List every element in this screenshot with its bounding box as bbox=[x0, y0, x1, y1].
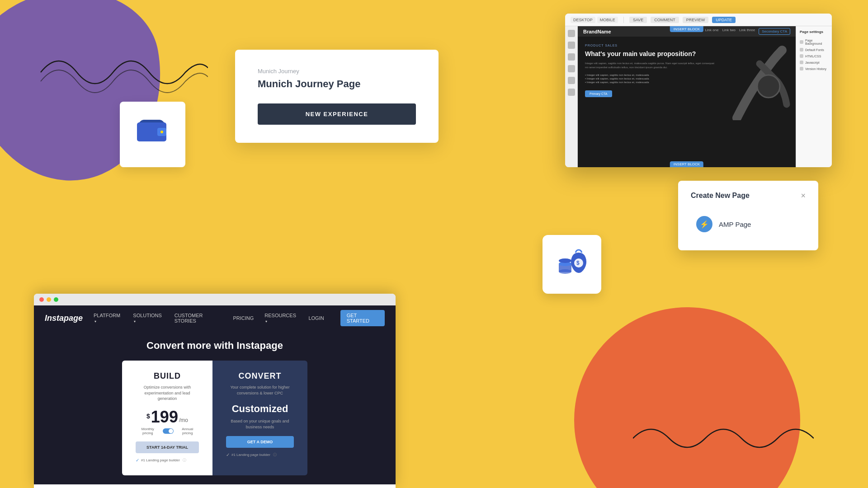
settings-icon-3 bbox=[800, 54, 803, 58]
nav-customer-stories[interactable]: CUSTOMER STORIES bbox=[175, 313, 222, 324]
hero-list-item-1: • Integer elit sapien, sagittis non lect… bbox=[585, 73, 716, 77]
build-price-row: $ 199 /mo bbox=[136, 409, 199, 425]
create-page-title: Create New Page bbox=[691, 192, 750, 200]
toolbar-device-group: DESKTOP MOBILE bbox=[571, 17, 618, 23]
build-plan-desc: Optimize conversions with experimentatio… bbox=[136, 385, 199, 402]
build-plan-btn[interactable]: START 14-DAY TRIAL bbox=[136, 441, 199, 453]
editor-body: INSERT BLOCK BrandName Link one Link two… bbox=[565, 26, 832, 167]
mobile-btn[interactable]: MOBILE bbox=[597, 17, 618, 23]
settings-version-history[interactable]: Version History bbox=[800, 66, 828, 72]
brand-name: BrandName bbox=[583, 29, 611, 34]
hero-body-text: Integer elit sapien, sagittis non lectus… bbox=[585, 61, 716, 70]
toolbar-preview-btn[interactable]: PREVIEW bbox=[683, 17, 709, 23]
munich-journey-card: Munich Journey Munich Journey Page NEW E… bbox=[235, 50, 439, 143]
settings-title: Page settings bbox=[800, 30, 828, 34]
billing-toggle: Monthly pricing Annual pricing bbox=[136, 427, 199, 435]
desktop-btn[interactable]: DESKTOP bbox=[571, 17, 595, 23]
toolbar-save-btn[interactable]: SAVE bbox=[629, 17, 647, 23]
nav-login-btn[interactable]: LOGIN bbox=[308, 315, 324, 321]
build-pricing-card: BUILD Optimize conversions with experime… bbox=[122, 361, 212, 475]
insert-block-top[interactable]: INSERT BLOCK bbox=[670, 26, 703, 32]
editor-canvas: INSERT BLOCK BrandName Link one Link two… bbox=[578, 26, 796, 167]
toggle-thumb bbox=[169, 429, 173, 433]
info-icon-convert-1: ⓘ bbox=[273, 452, 277, 457]
create-page-header: Create New Page × bbox=[691, 192, 806, 200]
sidebar-icon-3[interactable] bbox=[568, 53, 575, 61]
svg-text:$: $ bbox=[576, 260, 580, 266]
annual-label: Annual pricing bbox=[176, 427, 199, 435]
check-icon-1: ✓ bbox=[136, 458, 139, 463]
build-price-dollar: $ bbox=[146, 413, 150, 420]
settings-html-css[interactable]: HTML/CSS bbox=[800, 53, 828, 59]
customized-desc: Based on your unique goals and business … bbox=[226, 418, 294, 430]
nav-link-2[interactable]: Link two bbox=[722, 28, 736, 35]
hero-list: • Integer elit sapien, sagittis non lect… bbox=[585, 73, 716, 84]
settings-label-4: Javascript bbox=[805, 61, 820, 64]
svg-point-2 bbox=[160, 131, 163, 133]
settings-icon-1 bbox=[800, 40, 803, 44]
instapage-hero-section: Convert more with Instapage bbox=[34, 331, 396, 361]
settings-label-1: Page Background bbox=[805, 39, 828, 45]
nav-link-3[interactable]: Link three bbox=[739, 28, 755, 35]
editor-nav-links: Link one Link two Link three Secondary C… bbox=[705, 28, 790, 35]
sidebar-icon-4[interactable] bbox=[568, 65, 575, 72]
convert-pricing-card: CONVERT Your complete solution for highe… bbox=[212, 361, 307, 475]
money-bag-card: $ bbox=[542, 235, 601, 294]
toolbar-update-btn[interactable]: UPDATE bbox=[712, 17, 736, 23]
sidebar-icon-2[interactable] bbox=[568, 42, 575, 49]
billing-switch[interactable] bbox=[163, 428, 174, 434]
nav-get-started-btn[interactable]: GET STARTED bbox=[340, 310, 385, 326]
toolbar-comment-btn[interactable]: COMMENT bbox=[651, 17, 679, 23]
new-experience-button[interactable]: NEW EXPERIENCE bbox=[258, 103, 416, 125]
settings-label-5: Version History bbox=[805, 67, 826, 70]
build-feature-1: ✓ #1 Landing page builder ⓘ bbox=[136, 458, 199, 463]
settings-default-fonts[interactable]: Default Fonts bbox=[800, 47, 828, 53]
instapage-navbar: Instapage PLATFORM ▾ SOLUTIONS ▾ CUSTOME… bbox=[34, 305, 396, 331]
settings-page-background[interactable]: Page Background bbox=[800, 38, 828, 47]
hero-primary-btn[interactable]: Primary CTA bbox=[585, 90, 612, 97]
customized-price: Customized bbox=[226, 403, 294, 415]
munich-title: Munich Journey Page bbox=[258, 78, 416, 90]
create-new-page-card: Create New Page × ⚡ AMP Page bbox=[678, 181, 818, 250]
hero-product-label: PRODUCT SALES bbox=[585, 44, 716, 47]
sidebar-icon-6[interactable] bbox=[568, 89, 575, 96]
convert-feature-1: ✓ #1 Landing page builder ⓘ bbox=[226, 452, 294, 457]
build-plan-name: BUILD bbox=[136, 371, 199, 381]
check-icon-convert-1: ✓ bbox=[226, 452, 230, 457]
settings-label-2: Default Fonts bbox=[805, 48, 824, 52]
toolbar-sep1 bbox=[623, 17, 624, 23]
sidebar-icon-1[interactable] bbox=[568, 30, 575, 37]
nav-solutions[interactable]: SOLUTIONS ▾ bbox=[133, 313, 163, 324]
convert-feature-label-1: #1 Landing page builder bbox=[231, 453, 270, 457]
nav-pricing[interactable]: PRICING bbox=[233, 315, 254, 321]
amp-page-option[interactable]: ⚡ AMP Page bbox=[691, 209, 806, 239]
convert-plan-btn[interactable]: GET A DEMO bbox=[226, 436, 294, 448]
build-feature-label-1: #1 Landing page builder bbox=[141, 458, 180, 462]
nav-platform[interactable]: PLATFORM ▾ bbox=[94, 313, 122, 324]
secondary-cta-btn[interactable]: Secondary CTA bbox=[759, 28, 790, 35]
settings-icon-4 bbox=[800, 61, 803, 64]
info-icon-1: ⓘ bbox=[183, 458, 186, 463]
sidebar-icon-5[interactable] bbox=[568, 77, 575, 84]
editor-window: DESKTOP MOBILE SAVE COMMENT PREVIEW UPDA… bbox=[565, 14, 832, 167]
window-close-dot[interactable] bbox=[39, 297, 44, 302]
close-button[interactable]: × bbox=[801, 192, 806, 200]
nav-link-1[interactable]: Link one bbox=[705, 28, 718, 35]
settings-label-3: HTML/CSS bbox=[805, 55, 821, 58]
editor-hero-image bbox=[723, 37, 796, 120]
window-minimize-dot[interactable] bbox=[47, 297, 51, 302]
money-bag-icon: $ bbox=[554, 244, 590, 286]
hero-list-item-3: • Integer elit sapien, sagittis non lect… bbox=[585, 80, 716, 84]
settings-icon-5 bbox=[800, 67, 803, 70]
insert-block-bottom[interactable]: INSERT BLOCK bbox=[670, 161, 703, 167]
nav-resources[interactable]: RESOURCES ▾ bbox=[264, 313, 297, 324]
editor-sidebar-left bbox=[565, 26, 578, 167]
svg-point-8 bbox=[559, 258, 571, 263]
settings-javascript[interactable]: Javascript bbox=[800, 59, 828, 66]
hero-list-item-2: • Integer elit sapien, sagittis non lect… bbox=[585, 77, 716, 80]
window-maximize-dot[interactable] bbox=[54, 297, 58, 302]
settings-icon-2 bbox=[800, 48, 803, 52]
wavy-line-top bbox=[36, 45, 208, 99]
orange-shape bbox=[574, 307, 800, 488]
instapage-logo[interactable]: Instapage bbox=[45, 314, 83, 323]
